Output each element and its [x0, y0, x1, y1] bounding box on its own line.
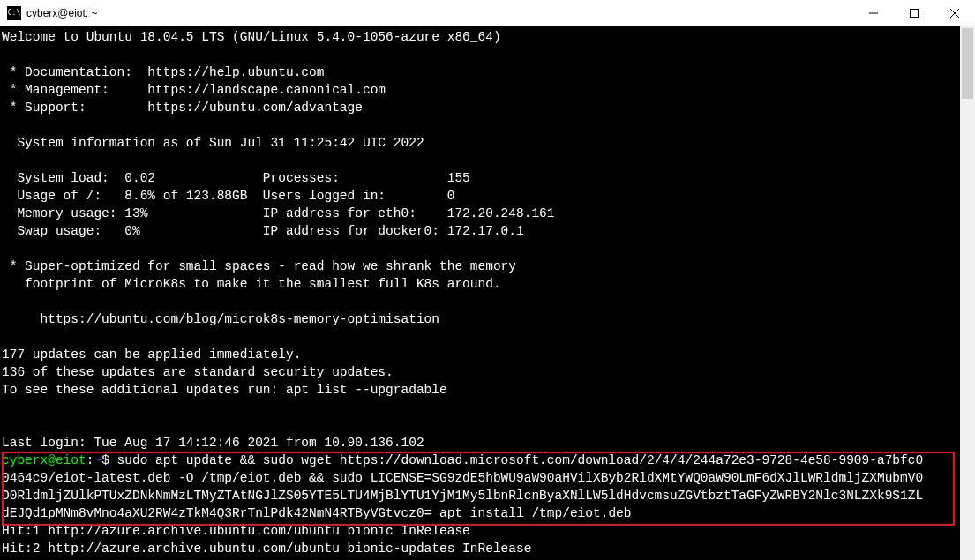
- motd-welcome: Welcome to Ubuntu 18.04.5 LTS (GNU/Linux…: [2, 30, 501, 44]
- maximize-button[interactable]: [894, 0, 934, 26]
- motd-doc-link: * Documentation: https://help.ubuntu.com: [2, 65, 324, 79]
- updates-line: 136 of these updates are standard securi…: [2, 365, 394, 379]
- sysinfo-line: Usage of /: 8.6% of 123.88GB Users logge…: [2, 189, 454, 203]
- close-button[interactable]: [934, 0, 975, 26]
- minimize-button[interactable]: [853, 0, 894, 26]
- scrollbar-thumb[interactable]: [962, 28, 973, 99]
- command-line: sudo apt update && sudo wget https://dow…: [117, 453, 924, 467]
- command-line: dEJQd1pMNm8vMno4aXU2RW4zTkM4Q3RrTnlPdk42…: [2, 506, 632, 520]
- updates-line: 177 updates can be applied immediately.: [2, 347, 301, 362]
- prompt-path: ~: [94, 453, 101, 467]
- vertical-scrollbar[interactable]: [960, 26, 975, 560]
- terminal-app-icon: C:\: [7, 6, 21, 20]
- command-line: O0RldmljZUlkPTUxZDNkNmMzLTMyZTAtNGJlZS05…: [2, 489, 923, 503]
- sysinfo-line: System load: 0.02 Processes: 155: [2, 171, 470, 185]
- sysinfo-header: System information as of Sun Jul 31 11:2…: [2, 136, 424, 150]
- window-controls: [853, 0, 975, 26]
- command-line: 0464c9/eiot-latest.deb -O /tmp/eiot.deb …: [2, 471, 923, 485]
- window-titlebar: C:\ cyberx@eiot: ~: [0, 0, 975, 26]
- apt-output: Hit:1 http://azure.archive.ubuntu.com/ub…: [2, 524, 470, 538]
- motd-blurb: * Super-optimized for small spaces - rea…: [2, 259, 516, 273]
- motd-blurb: footprint of MicroK8s to make it the sma…: [2, 277, 501, 291]
- apt-output: Hit:2 http://azure.archive.ubuntu.com/ub…: [2, 541, 531, 556]
- terminal-viewport[interactable]: Welcome to Ubuntu 18.04.5 LTS (GNU/Linux…: [0, 26, 957, 560]
- motd-blurb-link: https://ubuntu.com/blog/microk8s-memory-…: [2, 312, 439, 326]
- window-title: cyberx@eiot: ~: [26, 7, 98, 19]
- sysinfo-line: Swap usage: 0% IP address for docker0: 1…: [2, 224, 524, 238]
- prompt-userhost: cyberx@eiot: [2, 453, 86, 467]
- updates-line: To see these additional updates run: apt…: [2, 383, 447, 397]
- sysinfo-line: Memory usage: 13% IP address for eth0: 1…: [2, 206, 555, 220]
- motd-mgmt-link: * Management: https://landscape.canonica…: [2, 83, 386, 97]
- motd-support-link: * Support: https://ubuntu.com/advantage: [2, 101, 363, 115]
- last-login: Last login: Tue Aug 17 14:12:46 2021 fro…: [2, 436, 424, 450]
- svg-rect-1: [911, 10, 919, 18]
- prompt-dollar: $: [101, 453, 116, 467]
